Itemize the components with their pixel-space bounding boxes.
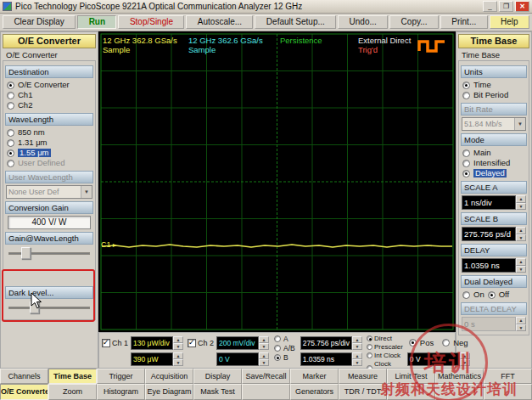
timebase-scale-spinner[interactable]: 275.756 ps/div ▲▼: [300, 336, 362, 350]
radio-trigger-direct[interactable]: Direct: [367, 335, 403, 342]
gain-at-wavelength-slider[interactable]: [8, 246, 90, 261]
timebase-delay-spinner[interactable]: 1.0359 ns ▲▼: [300, 352, 362, 366]
ch1-acquisition-info: 12 GHz 362.8 GSa/s Sample: [103, 36, 177, 54]
spin-up-icon[interactable]: ▲: [352, 336, 362, 343]
spin-down-icon[interactable]: ▼: [173, 343, 183, 350]
scale-b-spinner[interactable]: 275.756 ps/d ▲▼: [462, 227, 526, 241]
radio-dual-delayed-on[interactable]: On: [461, 290, 486, 300]
undo-button[interactable]: Undo...: [338, 15, 388, 29]
radio-wavelength-850nm[interactable]: 850 nm: [5, 127, 93, 138]
delta-delay-spinner[interactable]: 0 s ▲▼: [462, 317, 526, 331]
radio-timebase-a-b[interactable]: A/B: [273, 344, 296, 352]
spin-up-icon: ▲: [516, 317, 526, 324]
menu-save-recall[interactable]: Save/Recall: [242, 369, 290, 384]
radio-units-time[interactable]: Time: [461, 80, 527, 90]
ch2-offset-spinner[interactable]: 0 V ▲▼: [216, 352, 269, 366]
ch1-scale-spinner[interactable]: 130 μW/div ▲▼: [131, 336, 183, 350]
spin-up-icon[interactable]: ▲: [352, 352, 362, 359]
help-button[interactable]: Help: [490, 15, 529, 29]
close-button[interactable]: ✕: [515, 1, 529, 12]
spin-up-icon[interactable]: ▲: [259, 336, 269, 343]
menu-marker[interactable]: Marker: [290, 369, 339, 384]
menu-generators[interactable]: Generators: [290, 384, 339, 400]
radio-units-bit-period[interactable]: Bit Period: [461, 90, 527, 100]
radio-slope-pos[interactable]: Pos: [407, 338, 435, 348]
menu-mask-test[interactable]: Mask Test: [193, 384, 242, 400]
ch1-offset-spinner[interactable]: 390 μW ▲▼: [131, 352, 183, 366]
menu-tdr-tdt[interactable]: TDR / TDT: [339, 384, 387, 400]
delay-spinner[interactable]: 1.0359 ns ▲▼: [462, 258, 526, 273]
menu-eye-diagram[interactable]: Eye Diagram: [145, 384, 193, 400]
spin-down-icon[interactable]: ▼: [516, 203, 526, 211]
menu-mathematics[interactable]: Mathematics: [435, 369, 484, 384]
radio-wavelength-1-31um[interactable]: 1.31 μm: [5, 138, 93, 148]
menu-oe-converter[interactable]: O/E Converter: [0, 384, 48, 400]
clear-display-button[interactable]: Clear Display: [3, 15, 76, 29]
spin-down-icon[interactable]: ▼: [173, 359, 183, 366]
spin-up-icon[interactable]: ▲: [460, 352, 470, 359]
ch1-enable[interactable]: Ch 1: [102, 339, 129, 347]
spin-down-icon[interactable]: ▼: [352, 343, 362, 350]
minimize-button[interactable]: _: [483, 1, 497, 12]
spin-up-icon[interactable]: ▲: [516, 195, 526, 203]
ch2-scale-spinner[interactable]: 200 mV/div ▲▼: [216, 336, 269, 350]
menu-zoom[interactable]: Zoom: [48, 384, 97, 400]
radio-icon: [7, 129, 14, 137]
radio-timebase-b[interactable]: B: [273, 353, 296, 362]
timebase-select-radios: A A/B B: [273, 335, 296, 362]
menu-measure[interactable]: Measure: [339, 369, 387, 384]
menu-histogram[interactable]: Histogram: [97, 384, 145, 400]
stop-single-button[interactable]: Stop/Single: [118, 15, 184, 29]
menu-acquisition[interactable]: Acquisition: [145, 369, 193, 384]
print-button[interactable]: Print...: [440, 15, 488, 29]
slider-handle[interactable]: [21, 247, 31, 259]
radio-slope-neg[interactable]: Neg: [440, 338, 469, 348]
copy-button[interactable]: Copy...: [389, 15, 439, 29]
radio-trigger-int-clock[interactable]: Int Clock: [367, 352, 403, 359]
slider-handle[interactable]: [30, 301, 39, 313]
autoscale-button[interactable]: Autoscale...: [186, 15, 253, 29]
radio-destination-oe-converter[interactable]: O/E Converter: [5, 80, 93, 90]
spin-down-icon[interactable]: ▼: [352, 359, 362, 366]
spin-down-icon[interactable]: ▼: [259, 343, 269, 350]
bit-rate-select[interactable]: 51.84 Mb/s ▼: [462, 117, 526, 131]
spin-down-icon[interactable]: ▼: [516, 234, 526, 242]
spin-up-icon[interactable]: ▲: [516, 258, 526, 266]
dark-level-slider[interactable]: [8, 301, 90, 315]
radio-mode-delayed[interactable]: Delayed: [461, 168, 527, 178]
trigger-level-spinner[interactable]: 0 V ▲▼: [407, 352, 470, 366]
spin-up-icon[interactable]: ▲: [516, 227, 526, 234]
radio-destination-ch2[interactable]: Ch2: [5, 100, 93, 110]
radio-wavelength-1-55um[interactable]: 1.55 μm: [5, 148, 93, 158]
ch2-enable[interactable]: Ch 2: [188, 339, 215, 347]
menu-limit-test[interactable]: Limit Test: [387, 369, 435, 384]
radio-destination-ch1[interactable]: Ch1: [5, 90, 93, 100]
spin-up-icon[interactable]: ▲: [259, 352, 269, 359]
radio-trigger-prescaler[interactable]: Prescaler: [367, 343, 403, 351]
default-setup-button[interactable]: Default Setup...: [255, 15, 336, 29]
run-button[interactable]: Run: [77, 15, 116, 29]
trigger-slope-group: Pos Neg 0 V ▲▼: [407, 335, 456, 367]
menu-fft[interactable]: FFT: [484, 369, 532, 384]
spin-down-icon[interactable]: ▼: [516, 266, 526, 273]
spin-up-icon[interactable]: ▲: [173, 336, 183, 343]
slider-track: [8, 307, 90, 309]
radio-mode-intensified[interactable]: Intensified: [461, 158, 527, 168]
scale-a-section-label: SCALE A: [461, 181, 527, 194]
menu-display[interactable]: Display: [193, 369, 242, 384]
menu-blank-3: [435, 384, 484, 400]
scale-a-spinner[interactable]: 1 ns/div ▲▼: [462, 195, 526, 210]
spin-down-icon[interactable]: ▼: [460, 359, 470, 366]
radio-mode-main[interactable]: Main: [461, 148, 527, 158]
user-wavelength-select[interactable]: None User Def ▼: [6, 185, 92, 199]
spin-down-icon[interactable]: ▼: [259, 359, 269, 366]
trigger-status-label: Trig'd: [358, 45, 411, 54]
menu-time-base[interactable]: Time Base: [48, 369, 97, 384]
radio-timebase-a[interactable]: A: [273, 335, 296, 343]
menu-trigger[interactable]: Trigger: [97, 369, 145, 384]
maximize-button[interactable]: ❐: [499, 1, 513, 12]
radio-dual-delayed-off[interactable]: Off: [486, 290, 512, 300]
spin-up-icon[interactable]: ▲: [173, 352, 183, 359]
menu-channels[interactable]: Channels: [0, 369, 48, 384]
radio-wavelength-user-defined[interactable]: User Defined: [5, 158, 93, 168]
